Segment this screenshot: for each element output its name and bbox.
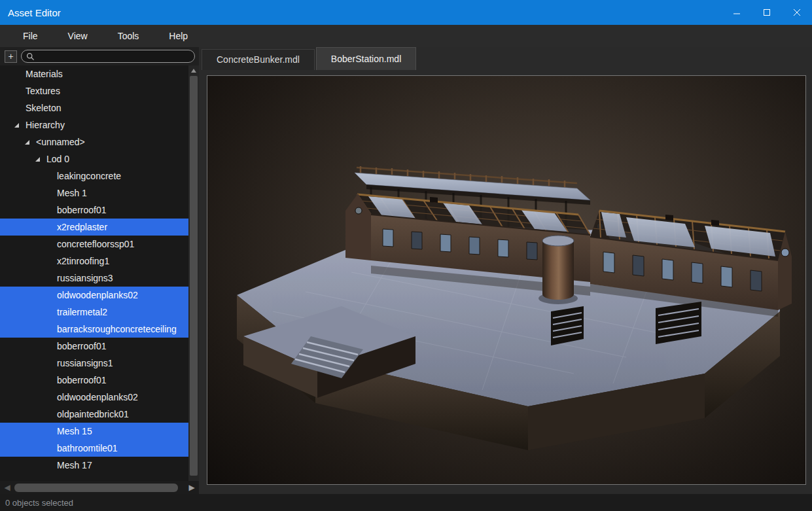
scroll-right-icon[interactable]: ▶ bbox=[187, 481, 196, 494]
hierarchy-tree: MaterialsTexturesSkeletonHierarchy<unnam… bbox=[0, 65, 188, 481]
close-button[interactable] bbox=[782, 0, 812, 25]
tree-item-label: trailermetal2 bbox=[57, 307, 107, 317]
tree-item-mesh-15[interactable]: Mesh 15 bbox=[0, 423, 188, 440]
model-stairwell-left bbox=[551, 306, 584, 345]
content: + MaterialsTexturesSkeletonHierarchy<unn… bbox=[0, 47, 812, 494]
titlebar: Asset Editor bbox=[0, 0, 812, 25]
asset-editor-window: Asset Editor FileViewToolsHelp + bbox=[0, 0, 812, 511]
tree-item-skeleton[interactable]: Skeleton bbox=[0, 99, 188, 116]
tree-item-label: Materials bbox=[26, 69, 63, 79]
model-render bbox=[207, 76, 805, 484]
tree-item-label: x2redplaster bbox=[57, 222, 107, 232]
status-bar: 0 objects selected bbox=[0, 494, 812, 511]
tree-item-oldwoodenplanks02[interactable]: oldwoodenplanks02 bbox=[0, 389, 188, 406]
expanded-arrow-icon[interactable] bbox=[25, 140, 36, 145]
menu-item-tools[interactable]: Tools bbox=[103, 25, 154, 47]
tree-item-x2redplaster[interactable]: x2redplaster bbox=[0, 219, 188, 236]
explorer-panel: + MaterialsTexturesSkeletonHierarchy<unn… bbox=[0, 47, 199, 494]
add-button[interactable]: + bbox=[5, 50, 17, 63]
menu-item-view[interactable]: View bbox=[53, 25, 103, 47]
expanded-arrow-icon[interactable] bbox=[35, 157, 46, 162]
menu-item-file[interactable]: File bbox=[8, 25, 53, 47]
tree-item-label: oldwoodenplanks02 bbox=[57, 290, 138, 300]
model-tank bbox=[538, 236, 578, 304]
window-controls bbox=[722, 0, 812, 25]
tree-item-unnamed[interactable]: <unnamed> bbox=[0, 133, 188, 150]
tree-item-trailermetal2[interactable]: trailermetal2 bbox=[0, 304, 188, 321]
tab-boberstation-mdl[interactable]: BoberStation.mdl bbox=[316, 47, 416, 70]
search-box[interactable] bbox=[21, 50, 195, 63]
tree-item-label: oldwoodenplanks02 bbox=[57, 392, 138, 402]
tree-item-boberroof01[interactable]: boberroof01 bbox=[0, 202, 188, 219]
explorer-toolbar: + bbox=[0, 47, 199, 65]
tree-item-boberroof01[interactable]: boberroof01 bbox=[0, 338, 188, 355]
tree-item-label: concretefloorssp01 bbox=[57, 239, 134, 249]
tree-item-label: russiansigns3 bbox=[57, 273, 113, 283]
minimize-icon bbox=[733, 9, 741, 16]
tree-item-textures[interactable]: Textures bbox=[0, 82, 188, 99]
tree-item-russiansigns3[interactable]: russiansigns3 bbox=[0, 270, 188, 287]
expanded-arrow-icon[interactable] bbox=[14, 123, 26, 128]
tree-item-label: boberroof01 bbox=[57, 341, 107, 351]
tree-item-label: bathroomtile01 bbox=[57, 443, 118, 453]
tab-concretebunker-mdl[interactable]: ConcreteBunker.mdl bbox=[202, 49, 315, 70]
tree-item-label: Hierarchy bbox=[26, 120, 65, 130]
tab-bar: ConcreteBunker.mdlBoberStation.mdl bbox=[199, 47, 812, 70]
scroll-up-icon[interactable] bbox=[191, 69, 196, 73]
tree-item-label: Textures bbox=[26, 86, 60, 96]
maximize-icon bbox=[763, 9, 771, 16]
tree-item-russiansigns1[interactable]: russiansigns1 bbox=[0, 355, 188, 372]
window-title: Asset Editor bbox=[0, 7, 61, 18]
vertical-scrollbar[interactable] bbox=[188, 65, 199, 481]
tree-item-mesh-17[interactable]: Mesh 17 bbox=[0, 457, 188, 474]
minimize-button[interactable] bbox=[722, 0, 752, 25]
tree-wrap: MaterialsTexturesSkeletonHierarchy<unnam… bbox=[0, 65, 199, 481]
tree-item-oldpaintedbrick01[interactable]: oldpaintedbrick01 bbox=[0, 406, 188, 423]
maximize-button[interactable] bbox=[752, 0, 782, 25]
tree-item-boberroof01[interactable]: boberroof01 bbox=[0, 372, 188, 389]
tree-item-mesh-1[interactable]: Mesh 1 bbox=[0, 185, 188, 202]
tree-item-lod-0[interactable]: Lod 0 bbox=[0, 150, 188, 167]
tree-item-label: oldpaintedbrick01 bbox=[57, 409, 129, 419]
close-icon bbox=[793, 9, 801, 16]
tree-item-hierarchy[interactable]: Hierarchy bbox=[0, 116, 188, 133]
menu-bar: FileViewToolsHelp bbox=[0, 25, 812, 47]
status-text: 0 objects selected bbox=[5, 498, 73, 508]
tree-item-label: Skeleton bbox=[26, 103, 61, 113]
search-input[interactable] bbox=[38, 52, 189, 62]
tree-item-label: Lod 0 bbox=[46, 154, 69, 164]
tree-item-leakingconcrete[interactable]: leakingconcrete bbox=[0, 167, 188, 185]
scroll-left-icon[interactable]: ◀ bbox=[3, 481, 12, 494]
tree-item-bathroomtile01[interactable]: bathroomtile01 bbox=[0, 440, 188, 457]
menu-item-help[interactable]: Help bbox=[154, 25, 203, 47]
tree-item-label: boberroof01 bbox=[57, 205, 107, 215]
tree-item-label: Mesh 15 bbox=[57, 426, 92, 436]
tree-item-label: x2tinroofing1 bbox=[57, 256, 109, 266]
tree-item-label: <unnamed> bbox=[36, 137, 85, 147]
tree-item-x2tinroofing1[interactable]: x2tinroofing1 bbox=[0, 253, 188, 270]
main-area: ConcreteBunker.mdlBoberStation.mdl bbox=[199, 47, 812, 494]
horizontal-scroll-thumb[interactable] bbox=[14, 484, 178, 492]
tree-item-barracksroughconcreteceiling[interactable]: barracksroughconcreteceiling bbox=[0, 321, 188, 338]
tree-item-oldwoodenplanks02[interactable]: oldwoodenplanks02 bbox=[0, 287, 188, 304]
tree-item-label: Mesh 1 bbox=[57, 188, 87, 198]
tree-item-concretefloorssp01[interactable]: concretefloorssp01 bbox=[0, 236, 188, 253]
tree-item-label: russiansigns1 bbox=[57, 358, 113, 368]
vertical-scroll-thumb[interactable] bbox=[190, 76, 198, 476]
tree-item-label: Mesh 17 bbox=[57, 460, 92, 470]
viewport-3d[interactable] bbox=[207, 75, 806, 485]
horizontal-scrollbar[interactable]: ◀ ▶ bbox=[0, 481, 199, 494]
search-icon bbox=[26, 52, 35, 61]
tree-item-label: barracksroughconcreteceiling bbox=[57, 324, 177, 334]
tree-item-materials[interactable]: Materials bbox=[0, 65, 188, 82]
tree-item-label: boberroof01 bbox=[57, 375, 107, 385]
tree-item-label: leakingconcrete bbox=[57, 171, 121, 181]
